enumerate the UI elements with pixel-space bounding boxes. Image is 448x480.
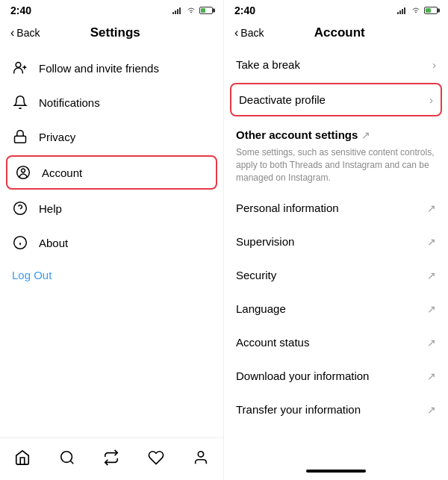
take-break-label: Take a break <box>236 58 300 71</box>
left-panel: 2:40 ‹ Back Settings <box>0 0 224 480</box>
right-item-security[interactable]: Security ↗ <box>224 258 448 292</box>
heart-icon <box>148 449 164 466</box>
other-settings-title: Other account settings <box>236 128 358 141</box>
left-back-button[interactable]: ‹ Back <box>10 27 40 39</box>
bell-icon <box>12 94 28 110</box>
right-panel: 2:40 ‹ Back Account Take a bre <box>224 0 448 480</box>
svg-point-15 <box>60 452 72 463</box>
menu-item-follow[interactable]: Follow and invite friends <box>0 51 223 85</box>
right-home-indicator <box>306 470 366 473</box>
privacy-label: Privacy <box>39 131 75 143</box>
right-time: 2:40 <box>234 4 255 16</box>
right-menu-list: Take a break › Deactivate profile › Othe… <box>224 48 448 467</box>
right-item-download-info[interactable]: Download your information ↗ <box>224 359 448 393</box>
take-break-chevron-icon: › <box>432 58 436 71</box>
nav-home-button[interactable] <box>9 444 36 471</box>
left-menu-list: Follow and invite friends Notifications … <box>0 48 223 293</box>
menu-item-privacy[interactable]: Privacy <box>0 119 223 154</box>
svg-rect-3 <box>179 7 181 14</box>
left-battery-icon <box>199 7 213 14</box>
nav-profile-button[interactable] <box>187 444 214 471</box>
other-settings-section: Other account settings ↗ <box>224 118 448 143</box>
nav-search-button[interactable] <box>54 444 81 471</box>
right-item-take-break[interactable]: Take a break › <box>224 48 448 81</box>
svg-rect-20 <box>402 9 403 14</box>
right-back-chevron-icon: ‹ <box>234 27 238 39</box>
account-circle-icon <box>15 164 31 181</box>
signal-icon <box>172 7 183 14</box>
svg-rect-1 <box>175 10 176 14</box>
deactivate-chevron-icon: › <box>429 93 433 106</box>
right-item-supervision[interactable]: Supervision ↗ <box>224 225 448 258</box>
svg-rect-21 <box>404 7 405 14</box>
left-panel-title: Settings <box>40 25 190 40</box>
left-back-chevron-icon: ‹ <box>10 27 14 39</box>
deactivate-label: Deactivate profile <box>239 93 326 106</box>
right-back-label: Back <box>240 27 264 39</box>
right-item-transfer-info[interactable]: Transfer your information ↗ <box>224 393 448 426</box>
nav-heart-button[interactable] <box>143 444 169 471</box>
svg-line-16 <box>70 461 73 464</box>
account-status-external-icon: ↗ <box>427 337 436 349</box>
menu-item-notifications[interactable]: Notifications <box>0 85 223 119</box>
menu-item-about[interactable]: About <box>0 225 223 260</box>
other-settings-description: Some settings, such as sensitive content… <box>224 143 448 191</box>
svg-rect-18 <box>397 12 399 14</box>
nav-repost-button[interactable] <box>98 444 125 471</box>
download-info-external-icon: ↗ <box>427 370 436 382</box>
account-label: Account <box>42 166 82 179</box>
svg-rect-19 <box>399 10 401 14</box>
svg-point-17 <box>198 452 203 457</box>
wifi-icon <box>186 7 196 14</box>
svg-rect-2 <box>177 9 178 14</box>
svg-rect-7 <box>15 136 26 143</box>
help-circle-icon <box>12 200 28 216</box>
search-icon <box>59 449 75 466</box>
person-add-icon <box>12 60 28 76</box>
right-back-button[interactable]: ‹ Back <box>234 27 264 39</box>
left-bottom-nav <box>0 437 223 480</box>
left-status-icons <box>172 7 213 14</box>
logout-label: Log Out <box>12 269 52 281</box>
right-item-deactivate[interactable]: Deactivate profile › <box>230 83 442 116</box>
left-status-bar: 2:40 <box>0 0 223 19</box>
follow-label: Follow and invite friends <box>39 62 159 75</box>
help-label: Help <box>39 202 62 215</box>
personal-info-external-icon: ↗ <box>427 202 436 214</box>
svg-rect-0 <box>172 12 174 14</box>
home-icon <box>14 449 31 466</box>
right-battery-icon <box>424 7 438 14</box>
right-panel-title: Account <box>264 25 415 40</box>
notifications-label: Notifications <box>39 96 100 109</box>
personal-info-label: Personal information <box>236 202 339 214</box>
language-external-icon: ↗ <box>427 303 436 315</box>
right-wifi-icon <box>411 7 421 14</box>
right-status-bar: 2:40 <box>224 0 448 19</box>
about-label: About <box>39 237 68 249</box>
left-back-label: Back <box>16 27 40 39</box>
svg-point-4 <box>16 63 21 68</box>
repost-icon <box>103 449 119 466</box>
transfer-info-label: Transfer your information <box>236 403 361 416</box>
account-status-label: Account status <box>236 336 309 349</box>
menu-item-help[interactable]: Help <box>0 191 223 225</box>
language-label: Language <box>236 302 286 315</box>
right-status-icons <box>397 7 438 14</box>
transfer-info-external-icon: ↗ <box>427 404 436 416</box>
lock-icon <box>12 128 28 145</box>
person-icon <box>193 449 209 466</box>
svg-point-9 <box>22 169 25 172</box>
right-item-personal-info[interactable]: Personal information ↗ <box>224 191 448 225</box>
right-header: ‹ Back Account <box>224 19 448 48</box>
menu-item-account[interactable]: Account <box>6 155 217 190</box>
left-header: ‹ Back Settings <box>0 19 223 48</box>
right-item-account-status[interactable]: Account status ↗ <box>224 325 448 359</box>
right-item-language[interactable]: Language ↗ <box>224 292 448 325</box>
download-info-label: Download your information <box>236 370 369 382</box>
left-time: 2:40 <box>10 4 31 16</box>
security-label: Security <box>236 269 276 281</box>
supervision-label: Supervision <box>236 235 294 248</box>
menu-item-logout[interactable]: Log Out <box>0 260 223 290</box>
security-external-icon: ↗ <box>427 269 436 281</box>
other-settings-external-icon: ↗ <box>361 129 370 141</box>
